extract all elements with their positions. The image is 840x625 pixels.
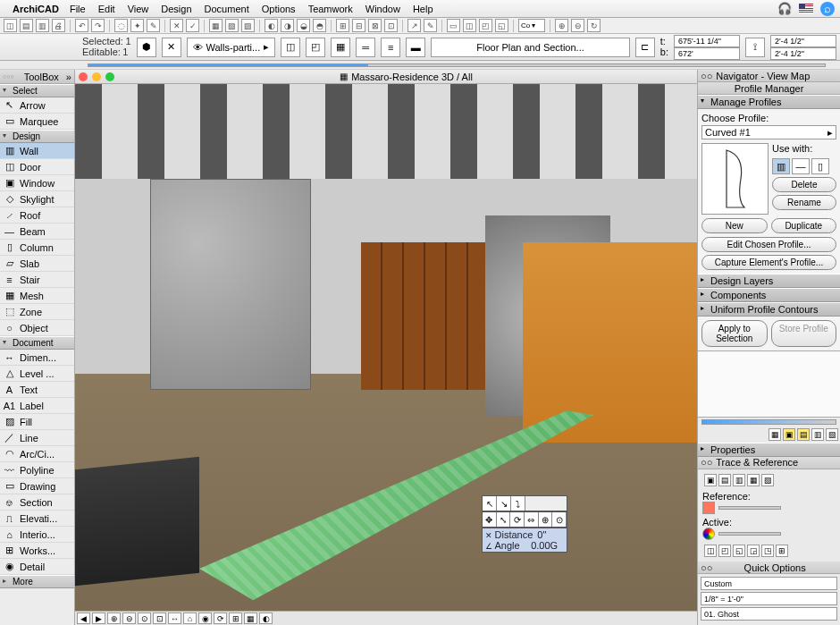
manage-profiles-header[interactable]: Manage Profiles (698, 95, 840, 109)
menu-edit[interactable]: Edit (98, 4, 115, 14)
tool-icon[interactable]: ◒ (297, 19, 310, 32)
pet-tool[interactable]: ⊕ (539, 512, 553, 527)
capture-profile-button[interactable]: Capture Element's Profile... (701, 255, 836, 270)
trace-opt-icon[interactable]: ◫ (704, 545, 717, 557)
nav-button[interactable]: ⊙ (138, 612, 151, 624)
scene-canvas[interactable]: ↖↘⤵ ✥⤡⟳⇔⊕⊙ ✕ Distance 0" ∠ Angle 0.00G (75, 84, 697, 611)
pet-tool[interactable]: ⟳ (510, 512, 525, 527)
tool-icon[interactable]: ▧ (225, 19, 239, 32)
layer-dropdown[interactable]: 👁 Walls-parti... ▸ (187, 38, 276, 57)
tool-mesh[interactable]: ▦Mesh (0, 288, 74, 304)
dim2-input[interactable]: 2'-4 1/2" (770, 47, 836, 60)
combo-input[interactable]: Co ▾ (518, 19, 545, 32)
reference-color[interactable] (702, 502, 715, 514)
section-select[interactable]: Select (0, 84, 74, 97)
tool-wall[interactable]: ▥Wall (0, 143, 74, 159)
contours-header[interactable]: Uniform Profile Contours (698, 302, 840, 317)
properties-header[interactable]: Properties (698, 443, 840, 457)
headphones-icon[interactable]: 🎧 (777, 2, 792, 15)
tool-fill[interactable]: ▨Fill (0, 414, 74, 430)
trace-icon[interactable]: ▣ (704, 474, 717, 486)
nav-button[interactable]: ⊞ (229, 612, 242, 624)
tool-section[interactable]: ⎊Section (0, 494, 74, 511)
coord-t-input[interactable]: 675'-11 1/4" (674, 35, 740, 47)
tool-icon[interactable]: ↷ (91, 19, 105, 32)
tool-icon[interactable]: ⊟ (352, 19, 365, 32)
tool-column[interactable]: ▯Column (0, 240, 74, 256)
menu-design[interactable]: Design (161, 4, 191, 14)
tool-icon[interactable]: ▭ (447, 19, 460, 32)
nav-button[interactable]: ⌂ (183, 612, 197, 624)
tool-icon[interactable]: ◫ (463, 19, 476, 32)
section-design[interactable]: Design (0, 130, 74, 143)
nav-button[interactable]: ⊕ (107, 612, 121, 624)
nav-button[interactable]: ↔ (168, 612, 181, 624)
tool-drawing[interactable]: ▭Drawing (0, 478, 74, 494)
menu-help[interactable]: Help (413, 4, 433, 14)
nav-button[interactable]: ◀ (77, 612, 90, 624)
element-settings-button[interactable]: ⬢ (137, 38, 156, 57)
tool-icon[interactable]: ✎ (147, 19, 160, 32)
trace-tab[interactable]: ○○ Trace & Reference (698, 457, 840, 469)
nav-button[interactable]: ⟳ (214, 612, 227, 624)
geom-icon[interactable]: ═ (356, 38, 375, 57)
tool-beam[interactable]: —Beam (0, 224, 74, 240)
coord-b-input[interactable]: 672' (674, 47, 740, 60)
tool-icon[interactable]: ◌ (114, 19, 128, 32)
tool-marquee[interactable]: ▭Marquee (0, 114, 74, 130)
menu-file[interactable]: File (70, 4, 86, 14)
tool-icon[interactable]: ⊕ (555, 19, 568, 32)
tool-icon[interactable]: ▦ (209, 19, 223, 32)
edit-profile-button[interactable]: Edit Chosen Profile... (701, 237, 836, 252)
geom-icon[interactable]: ▬ (406, 38, 425, 57)
pet-tool[interactable]: ✥ (483, 512, 497, 527)
trace-opt-icon[interactable]: ◲ (747, 545, 760, 557)
nav-icon[interactable]: ▤ (797, 428, 810, 441)
geom-icon[interactable]: ◰ (306, 38, 325, 57)
quick-opt-2[interactable] (701, 592, 837, 605)
cancel-icon[interactable]: ✕ (162, 38, 181, 57)
pet-tool[interactable]: ⤵ (511, 496, 525, 511)
rename-button[interactable]: Rename (772, 195, 836, 210)
tool-interio[interactable]: ⌂Interio... (0, 527, 74, 543)
tool-icon[interactable]: ◑ (281, 19, 294, 32)
profile-manager-tab[interactable]: Profile Manager (698, 82, 840, 95)
trace-icon[interactable]: ▤ (718, 474, 731, 486)
active-slider[interactable] (718, 532, 781, 536)
quick-opt-1[interactable] (701, 577, 837, 590)
nav-icon[interactable]: ▧ (826, 428, 838, 441)
tool-icon[interactable]: ◓ (313, 19, 326, 32)
menu-options[interactable]: Options (262, 4, 296, 14)
tool-skylight[interactable]: ◇Skylight (0, 191, 74, 207)
tool-level[interactable]: △Level ... (0, 366, 74, 382)
pet-tool[interactable]: ↖ (483, 496, 497, 511)
trace-icon[interactable]: ▧ (761, 474, 774, 486)
tool-icon[interactable]: ✎ (424, 19, 437, 32)
link-icon[interactable]: ⊏ (635, 38, 655, 57)
tool-icon[interactable]: ▤ (20, 19, 33, 32)
nav-button[interactable]: ◉ (198, 612, 212, 624)
profile-select[interactable]: Curved #1▸ (701, 125, 836, 139)
tool-window[interactable]: ▣Window (0, 175, 74, 191)
nav-icon[interactable]: ▦ (769, 428, 781, 441)
tool-icon[interactable]: ⊞ (336, 19, 349, 32)
nav-icon[interactable]: ▣ (783, 428, 795, 441)
dim1-input[interactable]: 2'-4 1/2" (770, 35, 836, 47)
tool-label[interactable]: A1Label (0, 398, 74, 414)
zoom-slider[interactable] (0, 61, 840, 70)
geom-icon[interactable]: ▦ (331, 38, 350, 57)
tool-icon[interactable]: ✓ (186, 19, 199, 32)
nav-button[interactable]: ◐ (259, 612, 273, 624)
trace-opt-icon[interactable]: ◱ (733, 545, 745, 557)
tool-icon[interactable]: ⊠ (368, 19, 382, 32)
quick-options-tab[interactable]: ○○ Quick Options (698, 562, 840, 574)
nav-button[interactable]: ▦ (244, 612, 257, 624)
pet-tool[interactable]: ⤡ (497, 512, 511, 527)
tool-icon[interactable]: ◰ (479, 19, 492, 32)
tool-works[interactable]: ⊞Works... (0, 543, 74, 559)
tool-roof[interactable]: ⟋Roof (0, 207, 74, 224)
tool-icon[interactable]: ▥ (36, 19, 49, 32)
tool-slab[interactable]: ▱Slab (0, 256, 74, 272)
tool-detail[interactable]: ◉Detail (0, 559, 74, 575)
use-beam-icon[interactable]: — (792, 158, 810, 174)
